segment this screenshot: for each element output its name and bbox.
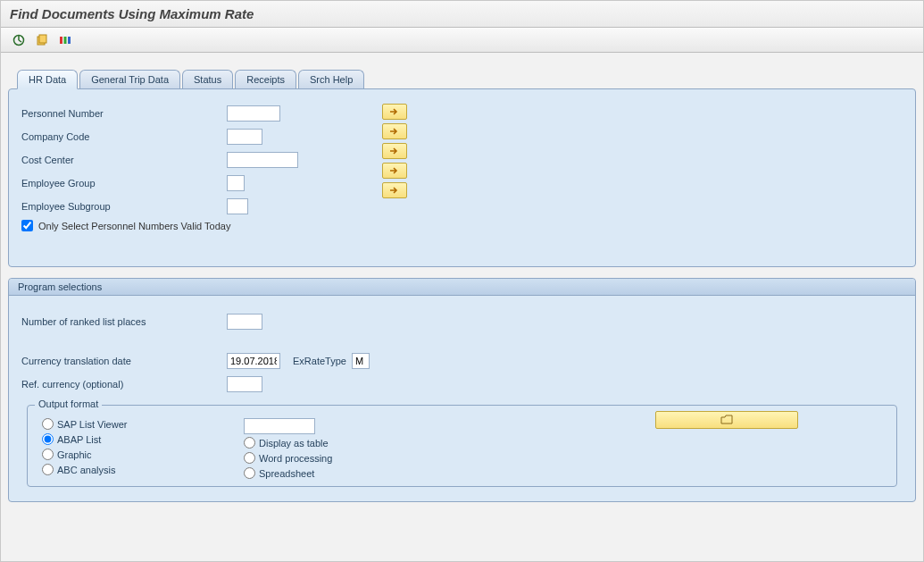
radio-abc-analysis[interactable] <box>42 464 54 475</box>
tab-receipts[interactable]: Receipts <box>235 70 296 89</box>
output-format-title: Output format <box>35 398 102 409</box>
ref-currency-label: Ref. currency (optional) <box>21 379 227 390</box>
only-valid-today-checkbox[interactable] <box>21 220 33 231</box>
ref-currency-input[interactable] <box>227 376 262 392</box>
toolbar <box>1 28 923 53</box>
personnel-number-label: Personnel Number <box>21 108 227 119</box>
radio-abap-list[interactable] <box>42 433 54 445</box>
radio-spreadsheet-label: Spreadsheet <box>259 468 314 479</box>
exrate-label: ExRateType <box>293 356 346 366</box>
tab-general-trip[interactable]: General Trip Data <box>79 70 180 89</box>
svg-line-2 <box>19 40 21 42</box>
tab-strip: HR Data General Trip Data Status Receipt… <box>17 69 916 88</box>
svg-rect-5 <box>60 37 62 44</box>
radio-sap-list-viewer-label: SAP List Viewer <box>57 419 127 430</box>
employee-subgroup-label: Employee Subgroup <box>21 201 227 212</box>
content-area: © www.tutorialkart.com HR Data General T… <box>1 53 923 509</box>
app-window: Find Documents Using Maximum Rate © www.… <box>0 0 924 562</box>
execute-button[interactable] <box>10 32 28 48</box>
radio-graphic-label: Graphic <box>57 449 92 460</box>
radio-abap-list-label: ABAP List <box>57 434 101 445</box>
svg-rect-7 <box>68 37 71 44</box>
cost-center-label: Cost Center <box>21 155 227 165</box>
program-selections-section: Program selections Number of ranked list… <box>8 278 916 502</box>
company-code-label: Company Code <box>21 131 227 142</box>
hr-data-panel: Personnel Number Company Code Cost Cente… <box>8 88 916 267</box>
sap-list-viewer-variant-input[interactable] <box>244 418 315 434</box>
radio-word-processing-label: Word processing <box>259 453 332 464</box>
multi-select-personnel-number[interactable] <box>382 104 407 120</box>
radio-word-processing[interactable] <box>244 452 255 464</box>
company-code-input[interactable] <box>227 129 262 145</box>
ranked-list-input[interactable] <box>227 314 262 330</box>
multi-select-employee-subgroup[interactable] <box>382 182 407 198</box>
tab-hr-data[interactable]: HR Data <box>17 70 78 89</box>
employee-group-label: Employee Group <box>21 178 227 189</box>
translation-date-input[interactable] <box>227 353 280 369</box>
folder-icon <box>720 415 733 425</box>
multi-select-company-code[interactable] <box>382 123 407 139</box>
radio-sap-list-viewer[interactable] <box>42 418 54 430</box>
employee-subgroup-input[interactable] <box>227 198 248 214</box>
page-title: Find Documents Using Maximum Rate <box>1 1 923 28</box>
svg-rect-4 <box>39 35 46 43</box>
radio-abc-analysis-label: ABC analysis <box>57 465 115 475</box>
translation-date-label: Currency translation date <box>21 356 227 366</box>
radio-graphic[interactable] <box>42 449 54 460</box>
variant-button[interactable] <box>33 32 51 48</box>
exrate-input[interactable] <box>352 353 370 369</box>
ranked-list-label: Number of ranked list places <box>21 316 227 327</box>
radio-display-table[interactable] <box>244 437 255 449</box>
radio-spreadsheet[interactable] <box>244 467 255 479</box>
program-selections-header: Program selections <box>9 279 915 296</box>
tab-status[interactable]: Status <box>182 70 233 89</box>
cost-center-input[interactable] <box>227 152 298 168</box>
color-legend-button[interactable] <box>56 32 74 48</box>
employee-group-input[interactable] <box>227 175 245 191</box>
tab-srch-help[interactable]: Srch Help <box>298 70 364 89</box>
multi-select-employee-group[interactable] <box>382 163 407 179</box>
layout-variant-button[interactable] <box>655 411 798 429</box>
svg-rect-6 <box>64 37 67 44</box>
radio-display-table-label: Display as table <box>259 438 329 449</box>
multi-select-column <box>382 104 407 198</box>
only-valid-today-label: Only Select Personnel Numbers Valid Toda… <box>38 221 230 231</box>
output-format-section: Output format SAP List Viewer <box>27 405 897 487</box>
multi-select-cost-center[interactable] <box>382 143 407 159</box>
personnel-number-input[interactable] <box>227 105 280 122</box>
